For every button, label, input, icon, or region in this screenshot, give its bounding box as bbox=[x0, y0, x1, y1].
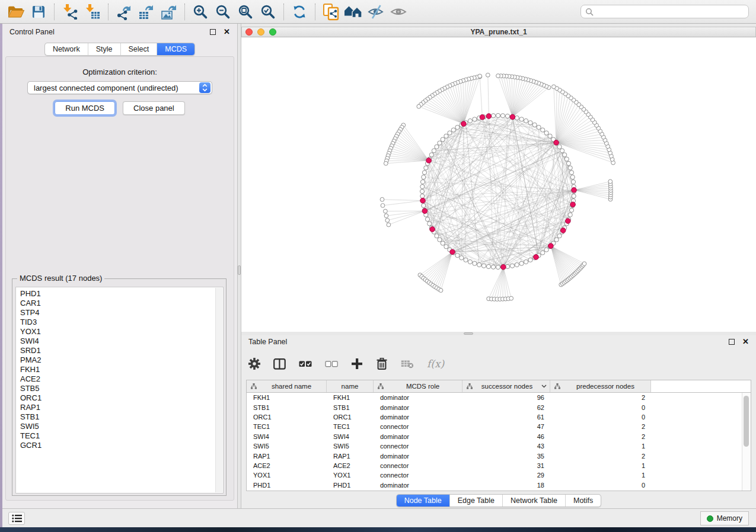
graph-node[interactable] bbox=[438, 141, 442, 145]
graph-hub-node[interactable] bbox=[570, 202, 576, 207]
graph-node[interactable] bbox=[568, 213, 572, 217]
graph-node[interactable] bbox=[608, 180, 613, 184]
export-network-icon[interactable] bbox=[113, 2, 135, 22]
show-columns-icon[interactable] bbox=[273, 358, 286, 370]
graph-node[interactable] bbox=[515, 262, 519, 267]
graph-hub-node[interactable] bbox=[572, 188, 577, 193]
graph-node[interactable] bbox=[532, 123, 537, 127]
zoom-out-icon[interactable] bbox=[212, 2, 234, 22]
table-scrollbar[interactable] bbox=[742, 393, 751, 491]
list-item[interactable]: TID3 bbox=[20, 318, 223, 327]
graph-node[interactable] bbox=[422, 175, 426, 179]
list-item[interactable]: PHD1 bbox=[20, 289, 223, 299]
hide-selected-icon[interactable] bbox=[365, 2, 387, 22]
graph-node[interactable] bbox=[500, 114, 505, 118]
graph-node[interactable] bbox=[544, 131, 548, 135]
graph-node[interactable] bbox=[477, 262, 481, 267]
graph-node[interactable] bbox=[422, 203, 426, 207]
graph-node[interactable] bbox=[568, 166, 572, 170]
graph-hub-node[interactable] bbox=[501, 264, 506, 270]
float-panel-icon[interactable] bbox=[729, 339, 735, 345]
home-networks-icon[interactable] bbox=[342, 2, 365, 22]
table-row[interactable]: ORC1ORC1dominator610 bbox=[247, 412, 751, 422]
graph-node[interactable] bbox=[417, 104, 421, 108]
column-header-successor-nodes[interactable]: successor nodes bbox=[462, 380, 550, 392]
graph-node[interactable] bbox=[444, 245, 448, 249]
tab-network-table[interactable]: Network Table bbox=[502, 495, 565, 507]
table-row[interactable]: FKH1FKH1dominator962 bbox=[247, 393, 751, 402]
graph-node[interactable] bbox=[435, 145, 439, 149]
graph-node[interactable] bbox=[571, 180, 575, 184]
graph-node[interactable] bbox=[528, 258, 532, 262]
refresh-icon[interactable] bbox=[288, 2, 311, 22]
list-item[interactable]: GCR1 bbox=[20, 441, 223, 450]
show-eye-icon[interactable] bbox=[387, 2, 410, 22]
graph-node[interactable] bbox=[428, 222, 432, 226]
list-item[interactable]: ORC1 bbox=[20, 393, 223, 403]
column-header-name[interactable]: name bbox=[327, 380, 374, 392]
graph-node[interactable] bbox=[435, 234, 439, 238]
close-panel-icon[interactable]: ✕ bbox=[224, 29, 230, 35]
list-item[interactable]: STB5 bbox=[20, 384, 223, 393]
graph-node[interactable] bbox=[524, 259, 528, 264]
open-folder-icon[interactable] bbox=[5, 2, 27, 22]
graph-node[interactable] bbox=[524, 118, 528, 123]
graph-node[interactable] bbox=[441, 137, 445, 142]
graph-node[interactable] bbox=[438, 238, 442, 242]
table-row[interactable]: YOX1YOX1connector291 bbox=[247, 470, 751, 480]
list-item[interactable]: YOX1 bbox=[20, 327, 223, 336]
graph-node[interactable] bbox=[380, 197, 384, 201]
graph-node[interactable] bbox=[486, 264, 490, 268]
graph-node[interactable] bbox=[496, 113, 500, 117]
graph-node[interactable] bbox=[554, 238, 559, 242]
mcds-result-list[interactable]: PHD1CAR1STP4TID3YOX1SWI4SRD1PMA2FKH1ACE2… bbox=[15, 287, 224, 493]
list-item[interactable]: STP4 bbox=[20, 308, 223, 318]
column-header-mcds-role[interactable]: MCDS role bbox=[374, 380, 462, 392]
graph-node[interactable] bbox=[491, 265, 495, 269]
graph-node[interactable] bbox=[385, 219, 390, 223]
table-row[interactable]: PHD1PHD1dominator180 bbox=[247, 480, 751, 490]
graph-node[interactable] bbox=[460, 256, 464, 260]
graph-node[interactable] bbox=[510, 264, 514, 268]
table-row[interactable]: TEC1TEC1connector472 bbox=[247, 422, 751, 431]
graph-node[interactable] bbox=[448, 131, 452, 135]
run-mcds-button[interactable]: Run MCDS bbox=[55, 101, 115, 115]
graph-hub-node[interactable] bbox=[480, 115, 485, 120]
graph-node[interactable] bbox=[455, 254, 460, 258]
graph-node[interactable] bbox=[515, 116, 519, 120]
tab-node-table[interactable]: Node Table bbox=[397, 495, 449, 507]
graph-node[interactable] bbox=[544, 248, 548, 252]
column-header-shared-name[interactable]: shared name bbox=[247, 380, 327, 392]
graph-hub-node[interactable] bbox=[566, 219, 571, 224]
graph-node[interactable] bbox=[481, 264, 486, 268]
graph-node[interactable] bbox=[582, 262, 586, 266]
network-window-titlebar[interactable]: YPA_prune.txt_1 bbox=[241, 27, 756, 37]
graph-node[interactable] bbox=[441, 241, 445, 245]
graph-node[interactable] bbox=[486, 73, 490, 77]
graph-node[interactable] bbox=[519, 117, 524, 121]
import-table-icon[interactable] bbox=[81, 2, 104, 22]
select-all-icon[interactable] bbox=[299, 360, 312, 367]
graph-node[interactable] bbox=[478, 74, 482, 78]
graph-node[interactable] bbox=[468, 118, 472, 123]
graph-node[interactable] bbox=[432, 149, 436, 153]
graph-hub-node[interactable] bbox=[510, 114, 515, 120]
graph-node[interactable] bbox=[505, 114, 509, 118]
table-row[interactable]: STB1STB1dominator620 bbox=[247, 402, 751, 412]
graph-node[interactable] bbox=[420, 184, 425, 188]
graph-node[interactable] bbox=[439, 289, 443, 293]
network-graph[interactable] bbox=[241, 37, 756, 332]
graph-node[interactable] bbox=[552, 85, 556, 89]
settings-gear-icon[interactable] bbox=[248, 358, 260, 370]
graph-node[interactable] bbox=[519, 261, 524, 265]
zoom-fit-icon[interactable] bbox=[234, 2, 257, 22]
tab-select[interactable]: Select bbox=[120, 43, 157, 55]
graph-node[interactable] bbox=[560, 149, 564, 153]
list-item[interactable]: TEC1 bbox=[20, 431, 223, 441]
list-item[interactable]: RAP1 bbox=[20, 403, 223, 412]
search-field[interactable] bbox=[580, 5, 749, 18]
graph-node[interactable] bbox=[424, 166, 428, 170]
graph-node[interactable] bbox=[569, 171, 573, 175]
graph-node[interactable] bbox=[541, 128, 545, 132]
float-panel-icon[interactable] bbox=[210, 29, 216, 35]
